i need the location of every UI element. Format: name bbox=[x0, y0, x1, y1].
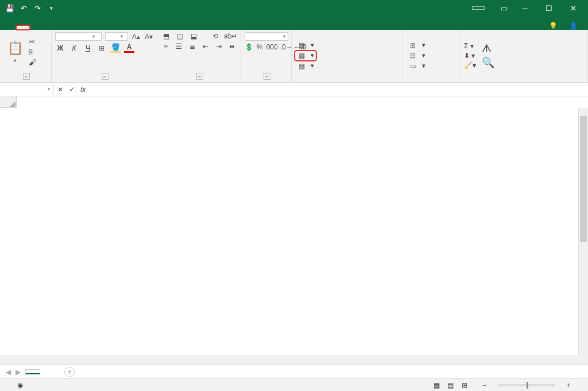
paste-button[interactable]: 📋 ▾ bbox=[3, 32, 26, 72]
redo-icon[interactable]: ↷ bbox=[31, 2, 44, 14]
clipboard-launcher[interactable]: ⌐ bbox=[23, 73, 30, 80]
add-sheet-button[interactable]: + bbox=[64, 367, 75, 377]
undo-icon[interactable]: ↶ bbox=[17, 2, 30, 14]
tell-me[interactable]: 💡 bbox=[549, 22, 560, 30]
page-layout-view-icon[interactable]: ▤ bbox=[444, 380, 457, 390]
italic-icon[interactable]: К bbox=[69, 44, 79, 52]
close-icon[interactable]: ✕ bbox=[562, 0, 585, 16]
cond-format-icon: ▦ bbox=[297, 41, 306, 49]
format-cells-button[interactable]: ▭ ▾ bbox=[407, 61, 427, 71]
vertical-scrollbar[interactable] bbox=[578, 108, 588, 355]
currency-icon[interactable]: 💲 bbox=[245, 43, 253, 51]
save-icon[interactable]: 💾 bbox=[3, 2, 16, 14]
orientation-icon[interactable]: ⟲ bbox=[210, 32, 220, 40]
align-launcher[interactable]: ⌐ bbox=[196, 73, 203, 80]
merge-icon[interactable]: ⬌ bbox=[227, 42, 237, 51]
insert-cells-button[interactable]: ⊞ ▾ bbox=[407, 41, 427, 50]
insert-icon: ⊞ bbox=[408, 41, 417, 49]
zoom-out-icon[interactable]: − bbox=[482, 381, 486, 389]
page-break-view-icon[interactable]: ⊞ bbox=[458, 380, 471, 390]
underline-icon[interactable]: Ч bbox=[83, 44, 93, 52]
ribbon-tabs: 💡 👤 bbox=[0, 16, 588, 30]
tab-help[interactable] bbox=[126, 25, 140, 30]
decrease-font-icon[interactable]: A▾ bbox=[144, 33, 153, 41]
minimize-icon[interactable]: ─ bbox=[513, 0, 536, 16]
align-bottom-icon[interactable]: ⬓ bbox=[188, 32, 199, 40]
fill-icon[interactable]: ⬇ ▾ bbox=[464, 52, 476, 60]
select-all-button[interactable] bbox=[0, 96, 17, 108]
border-icon[interactable]: ⊞ bbox=[96, 44, 107, 52]
tab-review[interactable] bbox=[85, 25, 99, 30]
sort-filter-icon[interactable]: ᗑ bbox=[482, 42, 494, 55]
ribbon: 📋 ▾ ✂ ⎘ 🖌 ⌐ ▾ ▾ A▴ A▾ Ж К Ч ⊞ bbox=[0, 30, 588, 83]
copy-icon[interactable]: ⎘ bbox=[29, 48, 36, 56]
tab-layout[interactable] bbox=[44, 25, 57, 30]
conditional-format-button[interactable]: ▦ ▾ bbox=[295, 41, 316, 50]
clear-icon[interactable]: 🧹▾ bbox=[464, 61, 476, 69]
tab-insert[interactable] bbox=[30, 25, 44, 30]
delete-cells-button[interactable]: ⊟ ▾ bbox=[407, 51, 427, 60]
format-icon: ▭ bbox=[408, 62, 417, 70]
indent-inc-icon[interactable]: ⇥ bbox=[214, 42, 224, 51]
cut-icon[interactable]: ✂ bbox=[29, 37, 36, 46]
tab-developer[interactable] bbox=[113, 25, 126, 30]
number-format-combo[interactable]: ▾ bbox=[245, 32, 288, 41]
inc-decimal-icon[interactable]: ,0→ bbox=[280, 43, 291, 51]
find-select-icon[interactable]: 🔍 bbox=[482, 56, 494, 69]
sheet-nav-prev[interactable]: ◀ bbox=[6, 368, 11, 376]
align-top-icon[interactable]: ⬒ bbox=[161, 32, 171, 40]
tab-formulas[interactable] bbox=[57, 25, 71, 30]
sheet-tab-2[interactable] bbox=[45, 370, 60, 374]
tab-home[interactable] bbox=[16, 25, 30, 30]
maximize-icon[interactable]: ☐ bbox=[537, 0, 560, 16]
delete-icon: ⊟ bbox=[408, 52, 417, 60]
zoom-in-icon[interactable]: + bbox=[567, 381, 571, 389]
align-right-icon[interactable]: ≣ bbox=[187, 42, 197, 51]
ribbon-options-icon[interactable]: ▭ bbox=[496, 0, 512, 16]
zoom-slider[interactable] bbox=[498, 384, 555, 386]
tab-data[interactable] bbox=[71, 25, 85, 30]
status-bar: ◉ ▦ ▤ ⊞ − + bbox=[0, 378, 588, 391]
font-name-combo[interactable]: ▾ bbox=[55, 32, 102, 41]
table-icon: ▦ bbox=[297, 52, 306, 60]
sheet-nav-next[interactable]: ▶ bbox=[16, 368, 21, 376]
titlebar: 💾 ↶ ↷ ▾ ▭ ─ ☐ ✕ bbox=[0, 0, 588, 16]
macro-record-icon[interactable]: ◉ bbox=[17, 381, 23, 389]
formula-bar-row: ▾ ✕ ✓ fx bbox=[0, 83, 588, 96]
format-painter-icon[interactable]: 🖌 bbox=[29, 58, 36, 67]
clipboard-icon: 📋 bbox=[7, 41, 23, 56]
cancel-formula-icon[interactable]: ✕ bbox=[57, 86, 63, 94]
number-launcher[interactable]: ⌐ bbox=[264, 73, 270, 80]
bold-icon[interactable]: Ж bbox=[55, 44, 65, 52]
increase-font-icon[interactable]: A▴ bbox=[131, 33, 141, 41]
share-button[interactable]: 👤 bbox=[569, 22, 580, 30]
login-button[interactable] bbox=[472, 6, 485, 10]
comma-icon[interactable]: 000 bbox=[266, 43, 277, 51]
qat-dropdown-icon[interactable]: ▾ bbox=[45, 2, 57, 14]
tab-view[interactable] bbox=[99, 25, 113, 30]
fill-color-icon[interactable]: 🪣 bbox=[110, 43, 121, 53]
align-center-icon[interactable]: ☰ bbox=[174, 42, 184, 51]
align-middle-icon[interactable]: ◫ bbox=[175, 32, 185, 40]
autosum-icon[interactable]: Σ ▾ bbox=[464, 42, 476, 50]
worksheet-grid[interactable] bbox=[0, 96, 588, 355]
align-left-icon[interactable]: ≡ bbox=[161, 42, 171, 51]
percent-icon[interactable]: % bbox=[257, 43, 263, 51]
indent-dec-icon[interactable]: ⇤ bbox=[201, 42, 211, 51]
font-launcher[interactable]: ⌐ bbox=[102, 73, 109, 80]
cell-styles-button[interactable]: ▦ ▾ bbox=[295, 61, 316, 71]
wrap-text-icon[interactable]: ab↵ bbox=[224, 32, 234, 40]
font-color-icon[interactable]: A bbox=[124, 43, 134, 53]
tab-file[interactable] bbox=[2, 25, 16, 30]
normal-view-icon[interactable]: ▦ bbox=[431, 380, 443, 390]
horizontal-scroll-area[interactable] bbox=[0, 355, 588, 365]
font-size-combo[interactable]: ▾ bbox=[105, 32, 128, 41]
sheet-tab-1[interactable] bbox=[25, 369, 40, 374]
format-as-table-button[interactable]: ▦ ▾ bbox=[295, 51, 316, 60]
sheet-tab-bar: ◀ ▶ + bbox=[0, 365, 588, 378]
name-box[interactable]: ▾ bbox=[0, 83, 54, 96]
enter-formula-icon[interactable]: ✓ bbox=[69, 86, 75, 94]
cell-styles-icon: ▦ bbox=[297, 62, 306, 70]
fx-icon[interactable]: fx bbox=[80, 86, 86, 94]
